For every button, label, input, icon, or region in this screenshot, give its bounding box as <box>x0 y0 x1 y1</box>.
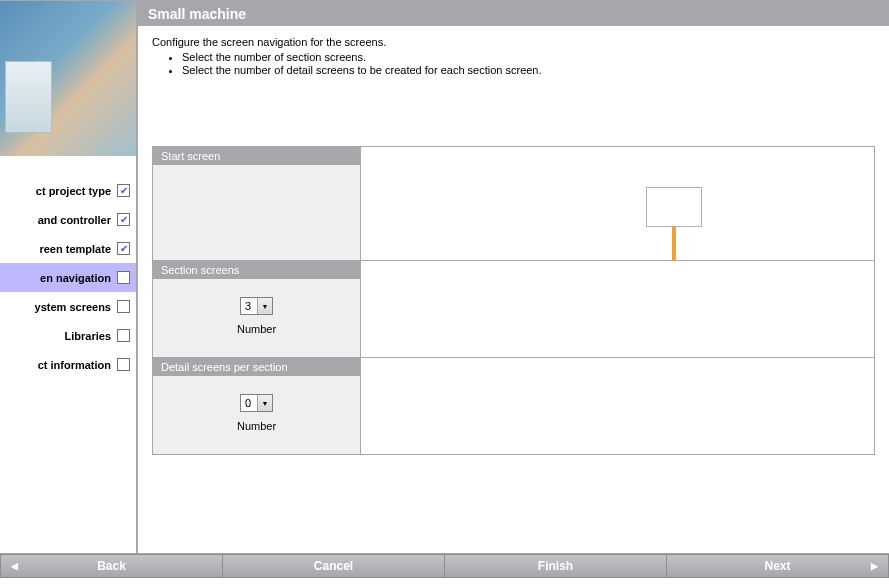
row-section-screens: Section screens 3 ▼ Number <box>153 260 874 357</box>
section-count-select[interactable]: 3 ▼ <box>240 297 273 315</box>
check-icon: ✔ <box>117 213 130 226</box>
section-header-start: Start screen <box>153 147 360 165</box>
finish-button[interactable]: Finish <box>444 554 666 578</box>
check-icon: ✔ <box>117 184 130 197</box>
next-button[interactable]: Next ▶ <box>666 554 889 578</box>
instruction-bullet: Select the number of section screens. <box>182 51 875 63</box>
checkbox-empty-icon <box>117 329 130 342</box>
checkbox-empty-icon <box>117 271 130 284</box>
instruction-bullet: Select the number of detail screens to b… <box>182 64 875 76</box>
cancel-button[interactable]: Cancel <box>222 554 444 578</box>
sidebar-item-label: ystem screens <box>35 301 111 313</box>
detail-count-value: 0 <box>241 397 257 409</box>
sidebar-item-libraries[interactable]: Libraries <box>0 321 136 350</box>
section-header-detail: Detail screens per section <box>153 358 360 376</box>
sidebar-item-project-information[interactable]: ct information <box>0 350 136 379</box>
chevron-down-icon: ▼ <box>257 395 272 411</box>
instructions-heading: Configure the screen navigation for the … <box>152 36 875 48</box>
section-count-value: 3 <box>241 300 257 312</box>
sidebar-item-screen-template[interactable]: reen template ✔ <box>0 234 136 263</box>
cancel-button-label: Cancel <box>314 559 353 573</box>
back-button-label: Back <box>97 559 126 573</box>
next-button-label: Next <box>764 559 790 573</box>
triangle-left-icon: ◀ <box>11 561 18 571</box>
sidebar-decorative-image <box>0 1 136 156</box>
section-header-section: Section screens <box>153 261 360 279</box>
checkbox-empty-icon <box>117 358 130 371</box>
main-panel: Small machine Configure the screen navig… <box>138 1 889 553</box>
configuration-grid: Start screen <box>152 146 875 455</box>
section-count-label: Number <box>237 323 276 335</box>
sidebar-item-screen-navigation[interactable]: en navigation <box>0 263 136 292</box>
page-title: Small machine <box>138 1 889 26</box>
check-icon: ✔ <box>117 242 130 255</box>
wizard-buttons-bar: ◀ Back Cancel Finish Next ▶ <box>0 553 889 578</box>
checkbox-empty-icon <box>117 300 130 313</box>
back-button[interactable]: ◀ Back <box>0 554 222 578</box>
sidebar-item-label: Libraries <box>65 330 111 342</box>
finish-button-label: Finish <box>538 559 573 573</box>
sidebar-item-label: ct project type <box>36 185 111 197</box>
triangle-right-icon: ▶ <box>871 561 878 571</box>
row-start-screen: Start screen <box>153 147 874 260</box>
sidebar-item-label: and controller <box>38 214 111 226</box>
detail-count-label: Number <box>237 420 276 432</box>
chevron-down-icon: ▼ <box>257 298 272 314</box>
sidebar-item-label: reen template <box>39 243 111 255</box>
instructions-block: Configure the screen navigation for the … <box>152 36 875 76</box>
sidebar-item-label: en navigation <box>40 272 111 284</box>
sidebar-item-label: ct information <box>38 359 111 371</box>
sidebar-item-project-type[interactable]: ct project type ✔ <box>0 176 136 205</box>
row-detail-screens: Detail screens per section 0 ▼ Number <box>153 357 874 454</box>
sidebar-item-system-screens[interactable]: ystem screens <box>0 292 136 321</box>
diagram-start-node <box>646 187 702 227</box>
sidebar-item-controller[interactable]: and controller ✔ <box>0 205 136 234</box>
detail-count-select[interactable]: 0 ▼ <box>240 394 273 412</box>
wizard-sidebar: ct project type ✔ and controller ✔ reen … <box>0 1 138 553</box>
wizard-step-list: ct project type ✔ and controller ✔ reen … <box>0 156 136 379</box>
